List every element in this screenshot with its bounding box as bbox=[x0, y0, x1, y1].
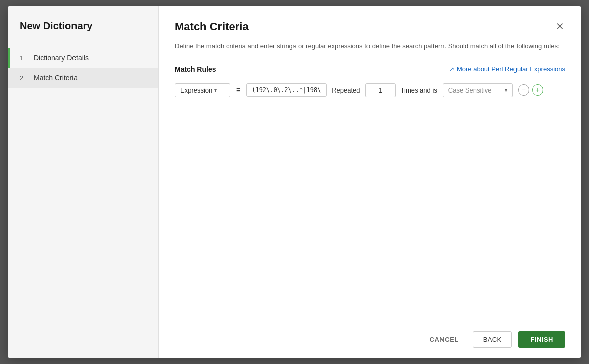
step-2-label: Match Criteria bbox=[34, 74, 78, 82]
footer: CANCEL BACK FINISH bbox=[159, 321, 581, 358]
row-actions: − + bbox=[518, 84, 543, 96]
main-content: Match Criteria ✕ Define the match criter… bbox=[159, 6, 581, 358]
step-1-indicator bbox=[8, 48, 10, 68]
add-rule-button[interactable]: + bbox=[532, 84, 543, 96]
repeated-label: Repeated bbox=[332, 86, 360, 94]
expression-type-label: Expression bbox=[180, 86, 212, 94]
case-sensitive-label: Case Sensitive bbox=[448, 86, 492, 94]
equals-sign: = bbox=[235, 86, 241, 94]
minus-icon: − bbox=[522, 86, 526, 94]
expression-type-dropdown[interactable]: Expression ▾ bbox=[175, 83, 230, 97]
description-text: Define the match criteria and enter stri… bbox=[159, 33, 581, 51]
back-button[interactable]: BACK bbox=[473, 331, 512, 348]
finish-button[interactable]: FINISH bbox=[518, 331, 565, 348]
cancel-button[interactable]: CANCEL bbox=[422, 332, 467, 347]
sidebar-title: New Dictionary bbox=[8, 6, 158, 44]
times-and-is-label: Times and is bbox=[401, 86, 437, 94]
expression-dropdown-chevron: ▾ bbox=[214, 87, 217, 93]
expression-input[interactable] bbox=[246, 83, 327, 97]
sidebar-step-2[interactable]: 2 Match Criteria bbox=[8, 68, 158, 88]
case-dropdown-chevron: ▾ bbox=[505, 87, 507, 93]
external-link-icon: ↗ bbox=[449, 66, 454, 73]
main-body: Match Rules ↗ More about Perl Regular Ex… bbox=[159, 51, 581, 321]
page-title: Match Criteria bbox=[175, 20, 249, 33]
main-header: Match Criteria ✕ bbox=[159, 6, 581, 33]
step-2-indicator bbox=[8, 68, 10, 88]
match-rules-title: Match Rules bbox=[175, 65, 216, 73]
new-dictionary-dialog: New Dictionary 1 Dictionary Details 2 Ma… bbox=[8, 6, 581, 358]
case-sensitive-dropdown[interactable]: Case Sensitive ▾ bbox=[443, 83, 513, 97]
close-button[interactable]: ✕ bbox=[555, 20, 565, 32]
sidebar-step-1[interactable]: 1 Dictionary Details bbox=[8, 48, 158, 68]
plus-icon: + bbox=[536, 86, 540, 94]
sidebar: New Dictionary 1 Dictionary Details 2 Ma… bbox=[8, 6, 159, 358]
remove-rule-button[interactable]: − bbox=[518, 84, 529, 96]
rule-row: Expression ▾ = Repeated Times and is Cas… bbox=[175, 83, 565, 97]
perl-expressions-link[interactable]: ↗ More about Perl Regular Expressions bbox=[449, 65, 565, 73]
match-rules-header: Match Rules ↗ More about Perl Regular Ex… bbox=[175, 65, 565, 73]
times-input[interactable] bbox=[365, 83, 396, 97]
step-1-label: Dictionary Details bbox=[34, 54, 89, 62]
step-1-number: 1 bbox=[20, 54, 28, 62]
step-2-number: 2 bbox=[20, 74, 28, 82]
perl-link-label: More about Perl Regular Expressions bbox=[457, 65, 565, 73]
sidebar-steps: 1 Dictionary Details 2 Match Criteria bbox=[8, 44, 158, 88]
